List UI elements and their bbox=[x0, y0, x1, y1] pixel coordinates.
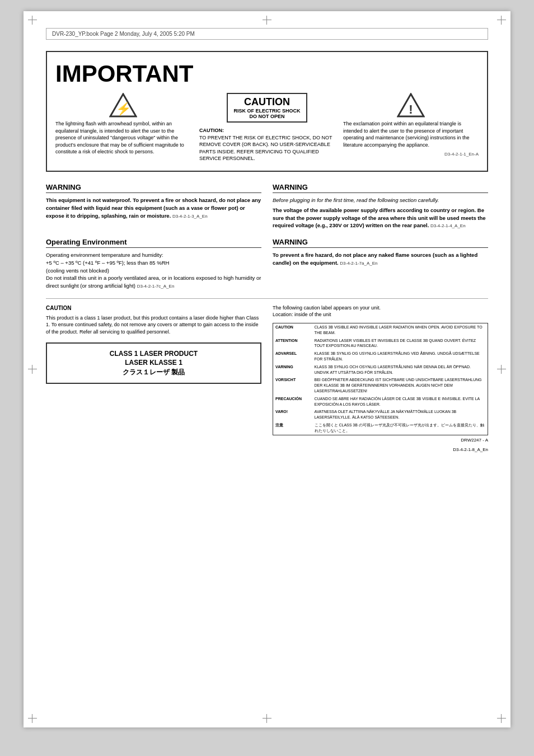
warning2-title: WARNING bbox=[273, 183, 488, 193]
table-text-cell: CLASS 3B VISIBLE AND INVISIBLE LASER RAD… bbox=[312, 323, 488, 337]
table-row: ATTENTIONRADIATIONS LASER VISIBLES ET IN… bbox=[273, 337, 488, 350]
page: DVR-230_YP.book Page 2 Monday, July 4, 2… bbox=[24, 11, 510, 727]
table-text-cell: AVATNESSA OLET ALTTIINA NÄKYVÄLLE JA NÄK… bbox=[312, 408, 488, 421]
operating-env-body: Operating environment temperature and hu… bbox=[46, 251, 261, 290]
lightning-col: ⚡ The lightning flash with arrowhead sym… bbox=[55, 93, 191, 156]
page-ref-bottom: D3-4-2-1-8_A_En bbox=[273, 447, 488, 453]
warning3-title: WARNING bbox=[273, 238, 488, 248]
svg-text:!: ! bbox=[409, 102, 413, 116]
operating-env-title: Operating Environment bbox=[46, 238, 261, 248]
table-text-cell: BEI GEÖFFNETER ABDECKUNG IST SICHTBARE U… bbox=[312, 376, 488, 395]
header-text: DVR-230_YP.book Page 2 Monday, July 4, 2… bbox=[52, 31, 195, 37]
warning1-title: WARNING bbox=[46, 183, 261, 193]
laser-product-box: CLASS 1 LASER PRODUCT LASER KLASSE 1 クラス… bbox=[46, 342, 261, 384]
table-row: VORSICHTBEI GEÖFFNETER ABDECKUNG IST SIC… bbox=[273, 376, 488, 395]
laser-product-line3: クラス１レーザ 製品 bbox=[55, 368, 252, 377]
caution-laser-label: CAUTION bbox=[46, 304, 261, 312]
caution-subtitle2: DO NOT OPEN bbox=[233, 114, 300, 119]
bottom-note-text: The following caution label appears on y… bbox=[273, 305, 381, 318]
warning1-ref: D3-4-2-1-3_A_En bbox=[172, 214, 208, 219]
caution-body: TO PREVENT THE RISK OF ELECTRIC SHOCK, D… bbox=[199, 135, 332, 162]
warning2-italic: Before plugging in for the first time, r… bbox=[273, 196, 488, 204]
table-label-cell: ADVARSEL bbox=[273, 350, 312, 363]
table-label-cell: ATTENTION bbox=[273, 337, 312, 350]
table-text-cell: RADIATIONS LASER VISIBLES ET INVISIBLES … bbox=[312, 337, 488, 350]
table-row: VARO!AVATNESSA OLET ALTTIINA NÄKYVÄLLE J… bbox=[273, 408, 488, 421]
exclamation-text: The exclamation point within an equilate… bbox=[343, 121, 470, 148]
important-section: IMPORTANT ⚡ The lightning flash with arr… bbox=[46, 51, 488, 172]
lightning-text: The lightning flash with arrowhead symbo… bbox=[55, 121, 184, 154]
caution-header: CAUTION RISK OF ELECTRIC SHOCK DO NOT OP… bbox=[227, 93, 307, 123]
crosshair-bm bbox=[263, 714, 271, 723]
caution-box: CAUTION RISK OF ELECTRIC SHOCK DO NOT OP… bbox=[199, 93, 335, 162]
crosshair-tm bbox=[263, 16, 271, 25]
warning3-body: To prevent a fire hazard, do not place a… bbox=[273, 251, 488, 267]
table-label-cell: PRECAUCIÓN bbox=[273, 395, 312, 408]
important-body: ⚡ The lightning flash with arrowhead sym… bbox=[55, 93, 479, 162]
exclamation-col: ! The exclamation point within an equila… bbox=[343, 93, 479, 158]
warning3-col: WARNING To prevent a fire hazard, do not… bbox=[273, 238, 488, 290]
table-label-cell: 注意 bbox=[273, 421, 312, 435]
warning2-body: Before plugging in for the first time, r… bbox=[273, 196, 488, 229]
table-row: CAUTIONCLASS 3B VISIBLE AND INVISIBLE LA… bbox=[273, 323, 488, 337]
bottom-section: CAUTION This product is a class 1 laser … bbox=[46, 298, 488, 453]
header-bar: DVR-230_YP.book Page 2 Monday, July 4, 2… bbox=[46, 28, 488, 40]
warning2-col: WARNING Before plugging in for the first… bbox=[273, 183, 488, 229]
table-text-cell: KLASS 3B SYNLIG OCH OSYNLIG LASERSTRÅLNI… bbox=[312, 363, 488, 377]
caution-subtitle1: RISK OF ELECTRIC SHOCK bbox=[233, 108, 300, 114]
warning1-body-text: This equipment is not waterproof. To pre… bbox=[46, 197, 261, 219]
table-row: PRECAUCIÓNCUANDO SE ABRE HAY RADIACIÓN L… bbox=[273, 395, 488, 408]
caution-laser-body: This product is a class 1 laser product,… bbox=[46, 314, 261, 336]
table-text-cell: ここを開くと CLASS 3B の可視レーザ光及び不可視レーザ光が出ます。ビーム… bbox=[312, 421, 488, 435]
laser-product-line1: CLASS 1 LASER PRODUCT bbox=[55, 349, 252, 359]
bottom-left: CAUTION This product is a class 1 laser … bbox=[46, 304, 261, 453]
crosshair-bl bbox=[28, 714, 37, 723]
operating-env-ref: D3-4-2-1-7c_A_En bbox=[137, 284, 175, 289]
svg-text:⚡: ⚡ bbox=[116, 101, 132, 116]
crosshair-tl bbox=[28, 16, 37, 25]
table-label-cell: VARO! bbox=[273, 408, 312, 421]
caution-table: CAUTIONCLASS 3B VISIBLE AND INVISIBLE LA… bbox=[273, 323, 488, 435]
crosshair-mr bbox=[497, 365, 506, 374]
warning2-ref: D3-4-2-1-4_A_En bbox=[430, 223, 466, 228]
table-label-cell: VARNING bbox=[273, 363, 312, 377]
warning-row-1: WARNING This equipment is not waterproof… bbox=[46, 183, 488, 229]
laser-product-line2: LASER KLASSE 1 bbox=[55, 358, 252, 368]
important-title: IMPORTANT bbox=[55, 60, 479, 87]
bottom-right: The following caution label appears on y… bbox=[273, 304, 488, 453]
crosshair-ml bbox=[28, 365, 37, 374]
exclamation-triangle-icon: ! bbox=[397, 93, 425, 118]
drn-code: DRW2247 - A bbox=[273, 437, 488, 443]
table-row: VARNINGKLASS 3B SYNLIG OCH OSYNLIG LASER… bbox=[273, 363, 488, 377]
warning-row-2: Operating Environment Operating environm… bbox=[46, 238, 488, 290]
crosshair-tr bbox=[497, 16, 506, 25]
caution-text: CAUTION: TO PREVENT THE RISK OF ELECTRIC… bbox=[199, 127, 335, 162]
bottom-right-note: The following caution label appears on y… bbox=[273, 304, 488, 318]
table-row: ADVARSELKLASSE 3B SYNLIG OG USYNLIG LASE… bbox=[273, 350, 488, 363]
warning1-col: WARNING This equipment is not waterproof… bbox=[46, 183, 261, 229]
table-label-cell: VORSICHT bbox=[273, 376, 312, 395]
warning1-body: This equipment is not waterproof. To pre… bbox=[46, 196, 261, 219]
table-label-cell: CAUTION bbox=[273, 323, 312, 337]
operating-env-col: Operating Environment Operating environm… bbox=[46, 238, 261, 290]
table-text-cell: CUANDO SE ABRE HAY RADIACIÓN LÁSER DE CL… bbox=[312, 395, 488, 408]
warning3-ref: D3-4-2-1-7a_A_En bbox=[340, 261, 377, 266]
ref-d3: D3-4-2-1-1_En-A bbox=[343, 151, 479, 157]
crosshair-br bbox=[497, 714, 506, 723]
lightning-triangle-icon: ⚡ bbox=[109, 93, 137, 118]
table-row: 注意ここを開くと CLASS 3B の可視レーザ光及び不可視レーザ光が出ます。ビ… bbox=[273, 421, 488, 435]
table-text-cell: KLASSE 3B SYNLIG OG USYNLIG LASERSTRÅLIN… bbox=[312, 350, 488, 363]
caution-title: CAUTION bbox=[233, 96, 300, 108]
caution-label: CAUTION: bbox=[199, 128, 224, 133]
